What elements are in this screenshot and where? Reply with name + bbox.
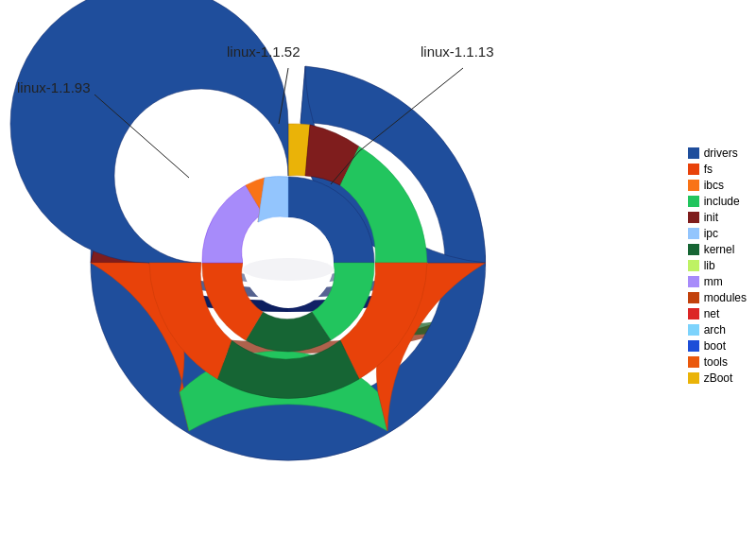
chart-container: linux-1.1.93 linux-1.1.52 linux-1.1.13 d… xyxy=(0,0,756,535)
legend-item-zBoot: zBoot xyxy=(688,371,747,385)
legend-item-net: net xyxy=(688,307,747,320)
legend-label-ibcs: ibcs xyxy=(704,179,724,192)
svg-point-18 xyxy=(243,258,334,281)
legend-item-drivers: drivers xyxy=(688,147,747,160)
legend-color-lib xyxy=(688,260,699,271)
chart-legend: driversfsibcsincludeinitipckernellibmmmo… xyxy=(688,147,747,385)
legend-color-ipc xyxy=(688,228,699,239)
legend-color-mm xyxy=(688,276,699,287)
legend-color-modules xyxy=(688,292,699,303)
legend-label-arch: arch xyxy=(704,323,726,337)
legend-color-zBoot xyxy=(688,372,699,384)
legend-item-init: init xyxy=(688,211,747,224)
legend-label-boot: boot xyxy=(704,339,726,353)
legend-color-include xyxy=(688,196,699,207)
legend-label-zBoot: zBoot xyxy=(704,371,733,385)
legend-label-include: include xyxy=(704,195,740,208)
legend-item-fs: fs xyxy=(688,163,747,176)
v52-label: linux-1.1.52 xyxy=(227,43,301,60)
legend-color-drivers xyxy=(688,147,699,159)
legend-item-ibcs: ibcs xyxy=(688,179,747,192)
legend-label-init: init xyxy=(704,211,718,224)
legend-label-mm: mm xyxy=(704,275,723,288)
legend-color-kernel xyxy=(688,244,699,255)
legend-item-include: include xyxy=(688,195,747,208)
legend-label-modules: modules xyxy=(704,291,747,304)
legend-label-lib: lib xyxy=(704,259,715,272)
legend-color-arch xyxy=(688,324,699,336)
legend-item-boot: boot xyxy=(688,339,747,353)
legend-item-lib: lib xyxy=(688,259,747,272)
legend-item-modules: modules xyxy=(688,291,747,304)
legend-label-ipc: ipc xyxy=(704,227,718,240)
legend-label-drivers: drivers xyxy=(704,147,738,160)
legend-color-ibcs xyxy=(688,180,699,191)
legend-item-arch: arch xyxy=(688,323,747,337)
legend-label-fs: fs xyxy=(704,163,713,176)
legend-item-tools: tools xyxy=(688,355,747,369)
legend-item-ipc: ipc xyxy=(688,227,747,240)
legend-color-tools xyxy=(688,356,699,368)
legend-color-boot xyxy=(688,340,699,352)
legend-item-mm: mm xyxy=(688,275,747,288)
legend-color-fs xyxy=(688,164,699,175)
donut-chart: linux-1.1.93 linux-1.1.52 linux-1.1.13 xyxy=(0,0,756,535)
v93-label: linux-1.1.93 xyxy=(17,79,91,95)
legend-label-net: net xyxy=(704,307,720,320)
legend-label-kernel: kernel xyxy=(704,243,735,256)
legend-label-tools: tools xyxy=(704,355,728,369)
legend-color-net xyxy=(688,308,699,319)
v13-label: linux-1.1.13 xyxy=(421,43,494,60)
legend-item-kernel: kernel xyxy=(688,243,747,256)
legend-color-init xyxy=(688,212,699,223)
